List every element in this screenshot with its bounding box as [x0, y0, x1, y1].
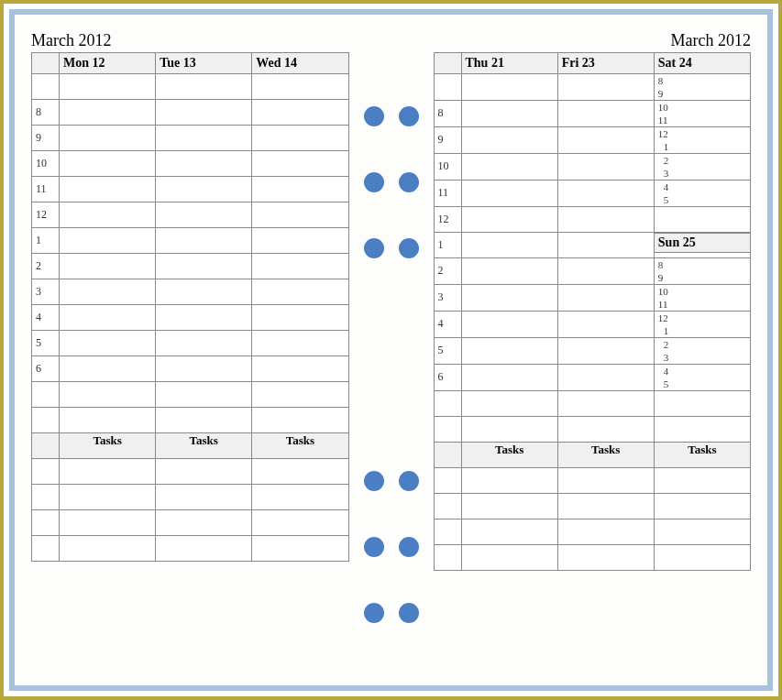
left-cell[interactable] [60, 202, 156, 228]
right-cell[interactable] [461, 127, 557, 154]
left-cell[interactable] [156, 100, 252, 126]
left-cell[interactable] [156, 74, 252, 100]
left-task-cell[interactable] [156, 510, 252, 536]
right-cell[interactable] [557, 207, 654, 233]
left-cell[interactable] [156, 408, 252, 433]
right-task-cell[interactable] [461, 468, 557, 494]
right-cell[interactable] [557, 74, 654, 101]
left-cell[interactable] [156, 382, 252, 408]
left-cell[interactable] [60, 74, 156, 100]
sat-cell[interactable]: 23 [654, 154, 750, 180]
left-task-cell[interactable] [252, 510, 348, 536]
left-cell[interactable] [60, 305, 156, 331]
right-cell[interactable] [461, 207, 557, 233]
right-cell[interactable] [557, 285, 654, 312]
right-cell[interactable] [461, 285, 557, 312]
left-cell[interactable] [252, 356, 348, 382]
right-cell[interactable] [461, 74, 557, 101]
right-cell[interactable] [557, 338, 654, 365]
left-task-cell[interactable] [252, 485, 348, 510]
right-cell[interactable] [557, 154, 654, 180]
right-task-cell[interactable] [654, 520, 750, 545]
left-task-cell[interactable] [156, 536, 252, 562]
left-cell[interactable] [60, 228, 156, 254]
right-task-cell[interactable] [557, 494, 654, 520]
right-cell[interactable] [461, 312, 557, 338]
sun-cell[interactable]: 121 [654, 312, 750, 338]
right-task-cell[interactable] [461, 520, 557, 545]
right-task-cell[interactable] [557, 545, 654, 571]
sat-cell[interactable]: 1011 [654, 101, 750, 127]
sat-cell[interactable]: 121 [654, 127, 750, 154]
right-task-cell[interactable] [461, 545, 557, 571]
right-task-cell[interactable] [654, 468, 750, 494]
right-task-cell[interactable] [461, 494, 557, 520]
right-cell[interactable] [461, 338, 557, 365]
left-cell[interactable] [252, 100, 348, 126]
right-cell[interactable] [461, 233, 557, 258]
sat-cell[interactable] [654, 207, 750, 233]
right-cell[interactable] [461, 365, 557, 391]
right-cell[interactable] [557, 127, 654, 154]
right-cell[interactable] [461, 391, 557, 417]
left-cell[interactable] [60, 408, 156, 433]
right-cell[interactable] [557, 233, 654, 258]
left-cell[interactable] [252, 279, 348, 305]
right-cell[interactable] [654, 417, 750, 443]
left-cell[interactable] [60, 177, 156, 202]
left-cell[interactable] [60, 331, 156, 356]
sun-cell[interactable]: 89 [654, 258, 750, 285]
left-cell[interactable] [156, 305, 252, 331]
right-cell[interactable] [461, 417, 557, 443]
left-cell[interactable] [252, 331, 348, 356]
left-cell[interactable] [252, 305, 348, 331]
left-cell[interactable] [252, 126, 348, 151]
left-cell[interactable] [60, 356, 156, 382]
right-cell[interactable] [461, 180, 557, 207]
left-task-cell[interactable] [156, 459, 252, 485]
right-cell[interactable] [461, 258, 557, 285]
left-cell[interactable] [156, 177, 252, 202]
left-cell[interactable] [252, 408, 348, 433]
left-cell[interactable] [60, 254, 156, 279]
right-cell[interactable] [654, 391, 750, 417]
right-cell[interactable] [461, 101, 557, 127]
left-cell[interactable] [252, 382, 348, 408]
left-cell[interactable] [252, 74, 348, 100]
sun-cell[interactable]: 45 [654, 365, 750, 391]
left-task-cell[interactable] [60, 536, 156, 562]
left-cell[interactable] [60, 279, 156, 305]
sun-cell[interactable]: 23 [654, 338, 750, 365]
left-cell[interactable] [156, 279, 252, 305]
left-cell[interactable] [156, 228, 252, 254]
right-task-cell[interactable] [654, 494, 750, 520]
right-cell[interactable] [557, 180, 654, 207]
left-task-cell[interactable] [60, 485, 156, 510]
left-cell[interactable] [60, 100, 156, 126]
sat-cell[interactable]: 45 [654, 180, 750, 207]
right-cell[interactable] [557, 258, 654, 285]
left-cell[interactable] [252, 202, 348, 228]
left-task-cell[interactable] [156, 485, 252, 510]
left-task-cell[interactable] [252, 536, 348, 562]
left-task-cell[interactable] [60, 459, 156, 485]
right-cell[interactable] [557, 417, 654, 443]
right-cell[interactable] [461, 154, 557, 180]
left-cell[interactable] [156, 356, 252, 382]
left-cell[interactable] [60, 382, 156, 408]
left-cell[interactable] [60, 151, 156, 177]
left-cell[interactable] [252, 228, 348, 254]
sun-cell[interactable]: 1011 [654, 285, 750, 312]
right-cell[interactable] [557, 365, 654, 391]
left-cell[interactable] [156, 151, 252, 177]
left-task-cell[interactable] [252, 459, 348, 485]
left-cell[interactable] [252, 177, 348, 202]
right-cell[interactable] [557, 391, 654, 417]
right-cell[interactable] [557, 101, 654, 127]
left-cell[interactable] [60, 126, 156, 151]
right-task-cell[interactable] [557, 520, 654, 545]
right-task-cell[interactable] [557, 468, 654, 494]
left-cell[interactable] [156, 126, 252, 151]
left-cell[interactable] [252, 254, 348, 279]
left-cell[interactable] [156, 202, 252, 228]
